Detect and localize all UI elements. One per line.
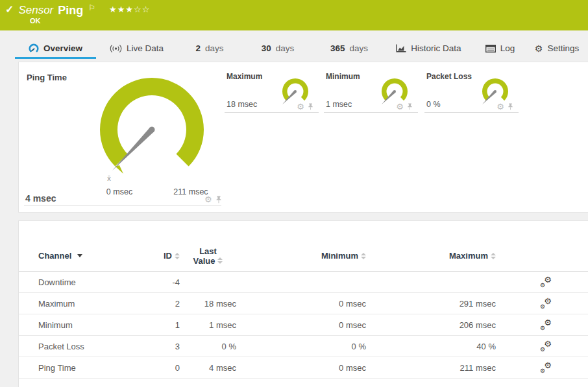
- sort-icon: [175, 253, 180, 259]
- channel-name: Packet Loss: [38, 342, 149, 351]
- sensor-header: ✓ Sensor Ping ⚐ ★★★☆☆ OK: [0, 0, 588, 30]
- column-header-last-value[interactable]: Last Value: [180, 246, 236, 266]
- ping-time-current-value: 4 msec: [25, 193, 56, 204]
- stars-empty: ☆☆: [134, 5, 150, 14]
- tab-30-days-number: 30: [262, 43, 271, 53]
- sort-icon: [361, 253, 366, 259]
- table-row-ping-time: Ping Time 0 4 msec 0 msec 211 msec ⚙⚙: [19, 357, 588, 379]
- gauge-settings-gear-icon[interactable]: ⚙: [297, 102, 304, 111]
- channel-id: 1: [149, 320, 180, 330]
- sensor-name: Ping: [58, 3, 83, 18]
- tab-log-label: Log: [500, 43, 515, 53]
- stars-filled: ★★★: [109, 5, 134, 14]
- maximum-gauge-label: Maximum: [227, 72, 262, 81]
- channel-last-value: 4 msec: [180, 363, 236, 373]
- channel-settings-gears-icon[interactable]: ⚙⚙: [540, 319, 552, 329]
- channel-maximum: 40 %: [366, 342, 496, 351]
- divider: [24, 205, 221, 206]
- channel-name: Maximum: [38, 299, 149, 309]
- packet-loss-gauge-value: 0 %: [426, 100, 441, 109]
- channel-name: Downtime: [38, 277, 149, 287]
- channel-last-value: 18 msec: [180, 299, 236, 309]
- gauge-icon: [29, 43, 39, 53]
- gauge-settings-gear-icon[interactable]: ⚙: [396, 102, 404, 111]
- channel-name: Ping Time: [38, 363, 149, 373]
- maximum-gauge-value: 18 msec: [227, 100, 257, 109]
- sort-icon: [491, 253, 496, 259]
- column-header-maximum[interactable]: Maximum: [449, 251, 496, 261]
- gauge-settings-gear-icon[interactable]: ⚙: [204, 195, 212, 204]
- gauge-mean-marker: x̄: [107, 174, 111, 182]
- channel-settings-gears-icon[interactable]: ⚙⚙: [540, 362, 552, 372]
- pin-icon[interactable]: [508, 103, 513, 110]
- gauge-settings-gear-icon[interactable]: ⚙: [496, 102, 504, 111]
- channel-last-value: 1 msec: [180, 320, 236, 330]
- minimum-gauge: Minimum 1 msec ⚙: [324, 70, 418, 113]
- channel-last-value: 0 %: [180, 342, 236, 351]
- table-header-row: Channel ID Last Value Minimum Maximum: [19, 221, 588, 272]
- minimum-gauge-value: 1 msec: [326, 100, 352, 109]
- column-header-id-label: ID: [164, 251, 172, 261]
- maximum-gauge: Maximum 18 msec ⚙: [225, 70, 319, 113]
- channel-table: Channel ID Last Value Minimum Maximum: [19, 221, 588, 379]
- sensor-status-badge: OK: [30, 17, 41, 25]
- status-check-icon: ✓: [5, 3, 14, 16]
- tab-live-data[interactable]: Live Data: [96, 40, 177, 59]
- channel-settings-gears-icon[interactable]: ⚙⚙: [540, 298, 552, 308]
- table-row-minimum: Minimum 1 1 msec 0 msec 206 msec ⚙⚙: [19, 314, 588, 336]
- tab-2-days-unit: days: [205, 43, 224, 53]
- priority-stars[interactable]: ★★★☆☆: [109, 3, 150, 16]
- gauges-panel: Ping Time x̄ 0 msec 211 msec 4 msec ⚙ Ma…: [18, 62, 588, 213]
- tab-2-days[interactable]: 2 days: [177, 40, 242, 59]
- channel-id: 3: [149, 342, 180, 351]
- channel-id: 2: [149, 299, 180, 309]
- log-icon: [485, 45, 496, 53]
- tab-log[interactable]: Log: [472, 40, 528, 59]
- column-header-channel-label: Channel: [38, 251, 71, 261]
- column-header-minimum-label: Minimum: [321, 251, 358, 261]
- channel-settings-gears-icon[interactable]: ⚙⚙: [540, 340, 552, 351]
- tab-settings[interactable]: ⚙ Settings: [528, 40, 586, 59]
- channel-id: 0: [149, 363, 180, 373]
- tab-live-data-label: Live Data: [127, 43, 164, 53]
- channel-maximum: 291 msec: [366, 299, 496, 309]
- flag-icon[interactable]: ⚐: [88, 3, 95, 12]
- pin-icon[interactable]: [215, 196, 222, 204]
- live-data-icon: [110, 44, 122, 53]
- column-header-minimum[interactable]: Minimum: [321, 251, 366, 261]
- tab-365-days[interactable]: 365 days: [313, 40, 385, 59]
- column-header-value-label: Value: [193, 256, 215, 266]
- channel-minimum: 0 msec: [236, 320, 366, 330]
- ping-time-gauge-label: Ping Time: [27, 73, 67, 82]
- channel-maximum: 206 msec: [366, 320, 496, 330]
- tab-historic-data-label: Historic Data: [411, 43, 461, 53]
- channel-maximum: 211 msec: [366, 363, 496, 373]
- table-row-packet-loss: Packet Loss 3 0 % 0 % 40 % ⚙⚙: [19, 336, 588, 357]
- tab-365-days-number: 365: [330, 43, 345, 53]
- tab-bar: Overview Live Data 2 days 30 days 365 da…: [0, 30, 588, 62]
- pin-icon[interactable]: [407, 103, 413, 110]
- tab-historic-data[interactable]: Historic Data: [385, 40, 472, 59]
- minimum-gauge-label: Minimum: [326, 72, 360, 81]
- tab-overview[interactable]: Overview: [15, 40, 96, 59]
- column-header-channel[interactable]: Channel: [38, 251, 149, 261]
- column-header-last-label: Last: [199, 246, 217, 256]
- tab-settings-label: Settings: [547, 43, 579, 53]
- tab-30-days[interactable]: 30 days: [242, 40, 313, 59]
- channel-minimum: 0 msec: [236, 299, 366, 309]
- sort-icon: [217, 257, 223, 264]
- pin-icon[interactable]: [308, 103, 313, 110]
- channel-id: -4: [149, 277, 180, 287]
- channel-minimum: 0 msec: [236, 363, 366, 373]
- gauge-scale-max: 211 msec: [173, 187, 208, 196]
- table-row-downtime: Downtime -4 ⚙⚙: [19, 272, 588, 293]
- tab-2-days-number: 2: [195, 43, 201, 53]
- packet-loss-gauge: Packet Loss 0 % ⚙: [424, 70, 519, 113]
- channel-name: Minimum: [38, 320, 149, 330]
- sort-desc-icon: [77, 254, 82, 257]
- channel-table-panel: Channel ID Last Value Minimum Maximum: [18, 220, 588, 387]
- settings-gear-icon: ⚙: [535, 44, 543, 53]
- column-header-id[interactable]: ID: [164, 251, 180, 261]
- column-header-maximum-label: Maximum: [449, 251, 488, 261]
- channel-settings-gears-icon[interactable]: ⚙⚙: [540, 276, 552, 287]
